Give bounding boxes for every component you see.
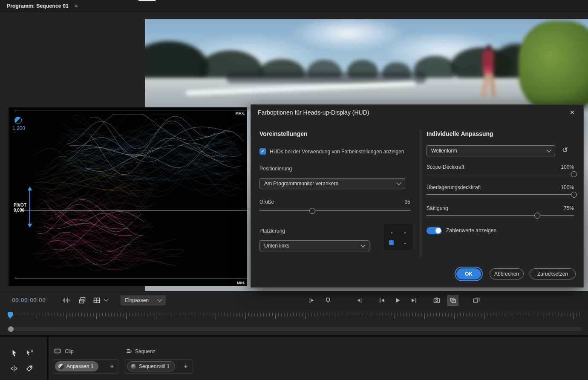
- placement-dropdown[interactable]: Unten links: [259, 240, 369, 251]
- premiere-app: Programm: Sequence 01 ≡ MAX: [0, 0, 588, 380]
- panel-menu-icon[interactable]: ≡: [75, 3, 78, 9]
- go-to-out-icon: [410, 297, 418, 304]
- clip-presets-group: Anpassen 1 +: [53, 359, 119, 374]
- comparison-view-button[interactable]: [471, 295, 482, 306]
- show-values-toggle[interactable]: [427, 227, 442, 234]
- audio-waveform-button[interactable]: [61, 295, 72, 306]
- size-slider-handle[interactable]: [309, 208, 315, 214]
- comparison-view-icon: [473, 297, 480, 304]
- mark-out-icon: [355, 297, 363, 304]
- positioning-label: Positionierung: [259, 166, 292, 172]
- stacked-frames-icon: [449, 297, 457, 304]
- dialog-close-icon[interactable]: ×: [567, 107, 577, 118]
- runner-figure: [478, 43, 503, 105]
- scope-max-label: MAX.: [236, 111, 245, 115]
- size-slider[interactable]: [259, 206, 410, 216]
- track-select-tool-button[interactable]: [24, 348, 35, 359]
- overlays-button[interactable]: [77, 295, 88, 306]
- audio-waveform-icon: [62, 297, 70, 304]
- pivot-line[interactable]: [23, 210, 247, 210]
- lumetri-waveform-scope: MAX. MIN. 1,200 PIVOT 0,000: [9, 107, 247, 286]
- panel-tab-title[interactable]: Programm: Sequence 01: [7, 3, 69, 9]
- scope-opacity-slider[interactable]: [427, 170, 574, 179]
- mark-in-icon: [308, 297, 316, 304]
- mark-in-button[interactable]: [306, 295, 317, 306]
- chevron-down-icon: [546, 147, 551, 152]
- selection-tool-button[interactable]: [9, 348, 20, 359]
- cancel-button[interactable]: Abbrechen: [490, 268, 524, 279]
- scrollbar-thumb[interactable]: [8, 326, 14, 332]
- placement-grid[interactable]: [384, 224, 413, 250]
- pointer-plus-icon: [25, 349, 34, 357]
- chevron-down-icon: [157, 297, 162, 302]
- size-value[interactable]: 35: [393, 199, 410, 205]
- overlay-opacity-slider[interactable]: [427, 190, 574, 199]
- horizontal-scrollbar[interactable]: [7, 327, 582, 331]
- clip-adjust-pill[interactable]: Anpassen 1: [55, 361, 98, 371]
- timecode[interactable]: 00:00:00:00: [12, 297, 46, 303]
- saturation-label: Sättigung: [427, 205, 448, 211]
- placement-dot-top-right[interactable]: [404, 232, 406, 233]
- placement-dot-top-left[interactable]: [391, 232, 392, 233]
- add-sequence-style-button[interactable]: +: [181, 361, 191, 371]
- scope-opacity-label: Scope-Deckkraft: [427, 164, 464, 170]
- ripple-edit-icon: [10, 364, 18, 373]
- overlapping-frames-icon: [78, 297, 86, 304]
- sequence-style-pill[interactable]: Sequenzstil 1: [127, 361, 175, 371]
- scope-value[interactable]: 1,200: [12, 125, 25, 131]
- saturation-value[interactable]: 75%: [564, 205, 574, 211]
- pointer-icon: [10, 349, 18, 357]
- zoom-level-select[interactable]: Einpassen: [121, 295, 166, 305]
- transport-bar: 00:00:00:00 Einpassen: [0, 291, 588, 335]
- ok-button[interactable]: OK: [456, 268, 481, 279]
- style-sphere-icon: [131, 364, 136, 369]
- go-to-in-icon: [378, 297, 386, 304]
- pivot-label: PIVOT: [14, 203, 26, 207]
- chevron-down-icon[interactable]: [104, 297, 108, 301]
- sequence-icon: [126, 347, 133, 355]
- export-frame-button[interactable]: [431, 295, 442, 306]
- placement-label: Platzierung: [259, 228, 285, 234]
- hud-color-options-dialog: Farboptionen für Heads-up-Display (HUD) …: [251, 104, 584, 288]
- go-to-in-button[interactable]: [377, 295, 388, 306]
- pivot-arrows-icon[interactable]: [27, 187, 33, 227]
- mark-out-button[interactable]: [354, 295, 365, 306]
- sequence-section-label: Sequenz: [135, 348, 155, 354]
- positioning-dropdown[interactable]: Am Programmmonitor verankern: [259, 178, 405, 189]
- size-label: Größe: [259, 199, 274, 205]
- play-button[interactable]: [392, 295, 403, 306]
- program-monitor-header: Programm: Sequence 01 ≡: [0, 0, 588, 12]
- sequence-presets-group: Sequenzstil 1 +: [125, 359, 193, 374]
- scope-min-line: [14, 279, 247, 279]
- scope-style-dropdown[interactable]: Wellenform: [427, 145, 555, 156]
- label-tool-button[interactable]: [24, 363, 35, 374]
- add-marker-button[interactable]: [323, 295, 334, 306]
- contrast-icon[interactable]: [14, 117, 22, 124]
- show-values-label: Zahlenwerte anzeigen: [446, 227, 496, 233]
- tag-icon: [25, 364, 34, 373]
- go-to-out-button[interactable]: [408, 295, 419, 306]
- timeline-ruler[interactable]: [7, 313, 582, 324]
- active-tab-indicator: [138, 0, 156, 1]
- add-clip-preset-button[interactable]: +: [107, 361, 117, 371]
- check-icon: ✓: [261, 149, 265, 154]
- scope-opacity-value[interactable]: 100%: [561, 164, 574, 170]
- scope-min-label: MIN.: [237, 281, 245, 285]
- huds-checkbox-label: HUDs bei der Verwendung von Farbeinstell…: [270, 149, 404, 155]
- overlay-opacity-value[interactable]: 100%: [561, 184, 574, 190]
- adjustment-icon: [58, 364, 64, 369]
- ripple-edit-tool-button[interactable]: [9, 363, 20, 374]
- clip-icon: [54, 347, 61, 355]
- toggle-knob: [435, 228, 441, 233]
- placement-active-bottom-left[interactable]: [389, 240, 394, 245]
- reset-style-icon[interactable]: ↺: [562, 146, 568, 155]
- export-frame-icon: [433, 297, 441, 304]
- saturation-slider[interactable]: [427, 211, 574, 220]
- drag-video-button[interactable]: [447, 295, 458, 306]
- placement-dot-bottom-right[interactable]: [404, 243, 406, 244]
- scope-max-line: [14, 110, 247, 110]
- chevron-down-icon: [396, 180, 401, 185]
- huds-checkbox[interactable]: ✓: [259, 148, 266, 155]
- reset-button[interactable]: Zurücksetzen: [530, 268, 576, 279]
- safe-margins-button[interactable]: [91, 295, 102, 306]
